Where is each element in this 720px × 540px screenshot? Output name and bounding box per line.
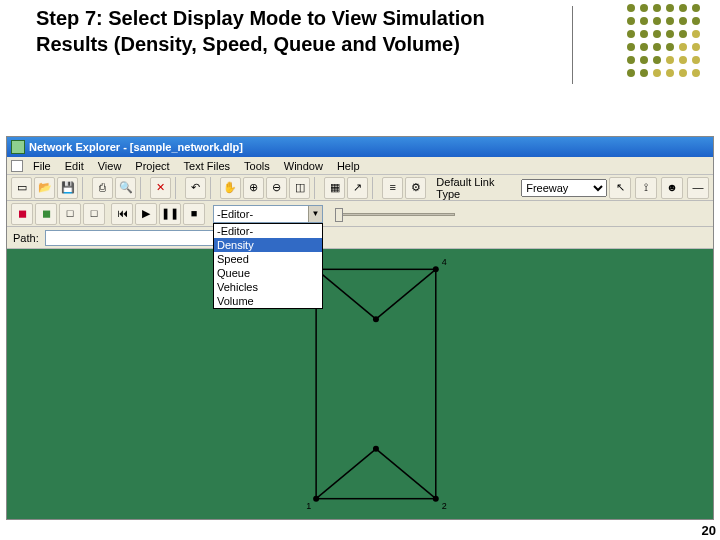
zoomout-icon[interactable]: ⊖ — [266, 177, 287, 199]
svg-line-4 — [376, 449, 436, 499]
dropdown-item-queue[interactable]: Queue — [214, 266, 322, 280]
dropdown-item-volume[interactable]: Volume — [214, 294, 322, 308]
undo-icon[interactable]: ↶ — [185, 177, 206, 199]
menu-tools[interactable]: Tools — [238, 159, 276, 173]
slider-thumb[interactable] — [335, 208, 343, 222]
stop-icon[interactable]: ■ — [183, 203, 205, 225]
slide-root: Step 7: Select Display Mode to View Simu… — [0, 0, 720, 540]
measure-icon[interactable]: ⟟ — [635, 177, 657, 199]
delete-icon[interactable]: ✕ — [150, 177, 171, 199]
svg-point-8 — [373, 446, 379, 452]
cfg-icon[interactable]: ⚙ — [405, 177, 426, 199]
chevron-down-icon[interactable]: ▼ — [308, 206, 322, 222]
line-tool-icon[interactable]: — — [687, 177, 709, 199]
pause-icon[interactable]: ❚❚ — [159, 203, 181, 225]
display-mode-combo[interactable]: ▼ -Editor- Density Speed Queue Vehicles … — [213, 205, 323, 223]
divider — [572, 6, 573, 84]
separator — [372, 177, 378, 199]
app-window: Network Explorer - [sample_network.dlp] … — [6, 136, 714, 520]
print-icon[interactable]: ⎙ — [92, 177, 113, 199]
separator — [140, 177, 146, 199]
blank-button[interactable]: □ — [83, 203, 105, 225]
menu-file[interactable]: File — [27, 159, 57, 173]
menu-help[interactable]: Help — [331, 159, 366, 173]
search-icon[interactable]: 🔍 — [115, 177, 136, 199]
menu-bar: File Edit View Project Text Files Tools … — [7, 157, 713, 175]
svg-point-9 — [313, 496, 319, 502]
svg-point-7 — [373, 316, 379, 322]
default-link-label: Default Link Type — [436, 176, 517, 200]
separator — [82, 177, 88, 199]
dropdown-item-speed[interactable]: Speed — [214, 252, 322, 266]
play-icon[interactable]: ▶ — [135, 203, 157, 225]
network-canvas[interactable]: 34 12 — [7, 249, 713, 519]
svg-point-6 — [433, 266, 439, 272]
arrow-icon[interactable]: ↗ — [347, 177, 368, 199]
toolbar-sim: ◼ ◼ □ □ ⏮ ▶ ❚❚ ■ ▼ -Editor- Density Spee… — [7, 201, 713, 227]
svg-line-3 — [316, 449, 376, 499]
rewind-icon[interactable]: ⏮ — [111, 203, 133, 225]
grid-icon[interactable]: ▦ — [324, 177, 345, 199]
save-icon[interactable]: 💾 — [57, 177, 78, 199]
slide-heading: Step 7: Select Display Mode to View Simu… — [36, 6, 556, 57]
separator — [210, 177, 216, 199]
svg-text:2: 2 — [442, 501, 447, 511]
open-icon[interactable]: 📂 — [34, 177, 55, 199]
svg-point-10 — [433, 496, 439, 502]
display-mode-input[interactable] — [213, 205, 323, 223]
dropdown-item-density[interactable]: Density — [214, 238, 322, 252]
menu-textfiles[interactable]: Text Files — [178, 159, 236, 173]
display-mode-dropdown: -Editor- Density Speed Queue Vehicles Vo… — [213, 223, 323, 309]
menu-view[interactable]: View — [92, 159, 128, 173]
zoomfit-icon[interactable]: ◫ — [289, 177, 310, 199]
marker-green-icon[interactable]: ◼ — [35, 203, 57, 225]
separator — [175, 177, 181, 199]
blank-button[interactable]: □ — [59, 203, 81, 225]
time-slider[interactable] — [335, 207, 455, 221]
slider-track — [335, 213, 455, 216]
document-icon — [11, 160, 23, 172]
svg-text:1: 1 — [306, 501, 311, 511]
user-icon[interactable]: ☻ — [661, 177, 683, 199]
marker-red-icon[interactable]: ◼ — [11, 203, 33, 225]
dropdown-item-vehicles[interactable]: Vehicles — [214, 280, 322, 294]
separator — [314, 177, 320, 199]
page-number: 20 — [702, 523, 716, 538]
dropdown-item-editor[interactable]: -Editor- — [214, 224, 322, 238]
path-row: Path: — [7, 227, 713, 249]
link-type-group: Default Link Type Freeway — [436, 176, 607, 200]
menu-project[interactable]: Project — [129, 159, 175, 173]
tree-icon[interactable]: ≡ — [382, 177, 403, 199]
svg-line-1 — [316, 269, 376, 319]
svg-line-2 — [376, 269, 436, 319]
path-label: Path: — [13, 232, 39, 244]
decorative-dot-grid — [627, 4, 702, 79]
network-svg: 34 12 — [7, 249, 713, 519]
toolbar-main: ▭ 📂 💾 ⎙ 🔍 ✕ ↶ ✋ ⊕ ⊖ ◫ ▦ ↗ ≡ ⚙ Default Li… — [7, 175, 713, 201]
hand-icon[interactable]: ✋ — [220, 177, 241, 199]
menu-window[interactable]: Window — [278, 159, 329, 173]
menu-edit[interactable]: Edit — [59, 159, 90, 173]
pointer-icon[interactable]: ↖ — [609, 177, 631, 199]
title-bar[interactable]: Network Explorer - [sample_network.dlp] — [7, 137, 713, 157]
zoomin-icon[interactable]: ⊕ — [243, 177, 264, 199]
new-icon[interactable]: ▭ — [11, 177, 32, 199]
svg-text:4: 4 — [442, 257, 447, 267]
default-link-select[interactable]: Freeway — [521, 179, 607, 197]
svg-rect-0 — [316, 269, 436, 498]
window-title: Network Explorer - [sample_network.dlp] — [29, 141, 243, 153]
app-icon — [11, 140, 25, 154]
